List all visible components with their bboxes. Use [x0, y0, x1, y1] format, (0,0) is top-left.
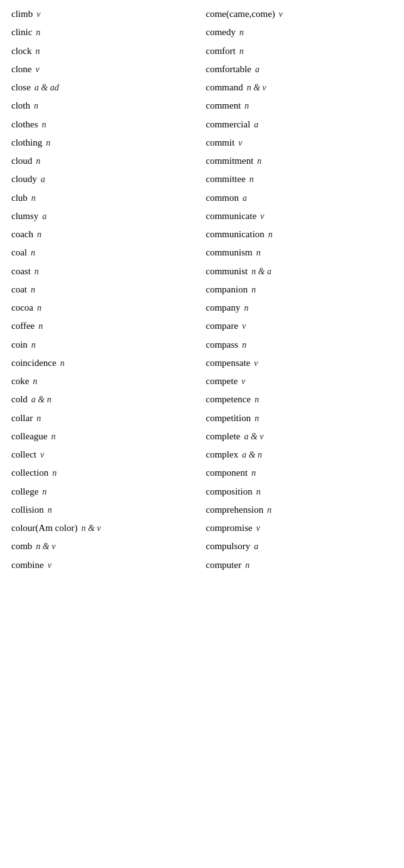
list-item: colour(Am color)n & v	[8, 519, 202, 537]
pos-label: a	[42, 210, 46, 223]
word-label: clock	[11, 44, 31, 58]
pos-label: n & v	[36, 540, 55, 554]
pos-label: n	[42, 485, 46, 499]
pos-label: n	[36, 412, 41, 426]
pos-label: n & v	[81, 522, 101, 535]
pos-label: n & v	[247, 81, 266, 95]
pos-label: n	[244, 301, 248, 315]
word-label: clone	[11, 62, 31, 77]
list-item: coachn	[8, 225, 202, 244]
word-label: cloud	[11, 154, 32, 168]
word-label: coach	[11, 227, 33, 242]
list-item: cloudya	[8, 170, 202, 188]
list-item: commandn & v	[202, 78, 397, 97]
list-item: commerciala	[202, 115, 397, 134]
list-item: companionn	[202, 281, 397, 299]
word-label: committee	[206, 172, 246, 186]
word-label: coke	[11, 374, 29, 388]
pos-label: n	[242, 338, 246, 352]
list-item: commitv	[202, 134, 397, 152]
list-item: complexa & n	[202, 446, 397, 464]
pos-label: n	[251, 283, 256, 297]
list-item: coaln	[8, 244, 202, 262]
pos-label: n	[251, 466, 256, 480]
word-label: compete	[206, 374, 238, 388]
list-item: clockn	[8, 42, 202, 60]
list-item: competitionn	[202, 409, 397, 427]
word-label: cloth	[11, 99, 30, 113]
pos-label: a	[255, 63, 259, 77]
word-label: come(came,come)	[206, 7, 275, 21]
pos-label: v	[242, 319, 246, 333]
pos-label: a	[254, 540, 258, 554]
pos-label: a	[243, 191, 247, 205]
pos-label: n	[52, 466, 57, 480]
list-item: compassn	[202, 336, 397, 354]
word-label: cloudy	[11, 172, 37, 186]
pos-label: n	[31, 338, 36, 352]
list-item: compensatev	[202, 354, 397, 372]
word-label: competence	[206, 392, 251, 407]
word-label: coat	[11, 282, 27, 297]
word-label: collection	[11, 466, 48, 480]
pos-label: a & n	[242, 448, 262, 462]
pos-label: n	[35, 265, 39, 279]
word-label: clothes	[11, 117, 38, 132]
pos-label: a	[254, 118, 258, 132]
word-label: command	[206, 80, 243, 95]
pos-label: n & a	[251, 265, 271, 279]
list-item: clothn	[8, 97, 202, 115]
word-label: communication	[206, 227, 265, 242]
pos-label: v	[40, 448, 44, 462]
word-label: colleague	[11, 429, 47, 444]
pos-label: v	[254, 356, 258, 370]
list-item: comparev	[202, 317, 397, 335]
pos-label: n	[254, 412, 259, 426]
list-item: compositionn	[202, 483, 397, 501]
list-item: commona	[202, 189, 397, 207]
pos-label: n	[37, 228, 41, 242]
word-label: college	[11, 485, 38, 499]
word-label: climb	[11, 7, 33, 21]
word-label: cold	[11, 392, 28, 407]
list-item: completea & v	[202, 427, 397, 446]
list-item: collisionn	[8, 501, 202, 519]
pos-label: v	[241, 375, 245, 388]
list-item: clinicn	[8, 23, 202, 41]
list-item: comprehensionn	[202, 501, 397, 519]
list-item: committeen	[202, 170, 397, 188]
word-label: companion	[206, 282, 248, 297]
list-item: cocoan	[8, 299, 202, 317]
word-label: complete	[206, 429, 241, 444]
list-item: clothesn	[8, 115, 202, 134]
word-label: compensate	[206, 356, 251, 370]
list-item: compromisev	[202, 519, 397, 537]
word-label: comment	[206, 99, 241, 113]
pos-label: n	[35, 45, 40, 58]
pos-label: n	[38, 319, 43, 333]
pos-label: n	[48, 503, 52, 517]
word-label: club	[11, 191, 28, 205]
word-label: competition	[206, 411, 251, 426]
list-item: competev	[202, 372, 397, 390]
word-label: comfortable	[206, 62, 251, 77]
list-item: coincidencen	[8, 354, 202, 372]
pos-label: n	[31, 283, 35, 297]
list-item: competencen	[202, 390, 397, 409]
right-column: come(came,come)vcomedyncomfortncomfortab…	[202, 5, 397, 574]
word-label: compass	[206, 338, 239, 352]
word-label: colour(Am color)	[11, 521, 77, 535]
word-label: compulsory	[206, 539, 251, 554]
word-label: collect	[11, 447, 36, 462]
pos-label: n	[31, 246, 35, 260]
list-item: colda & n	[8, 390, 202, 409]
list-item: computern	[202, 556, 397, 574]
list-item: comedyn	[202, 23, 397, 41]
list-item: comfortablea	[202, 60, 397, 78]
pos-label: n	[36, 154, 40, 168]
pos-label: v	[260, 210, 264, 223]
pos-label: n	[268, 228, 273, 242]
list-item: commitmentn	[202, 152, 397, 170]
word-label: coal	[11, 245, 27, 260]
pos-label: n	[60, 356, 65, 370]
